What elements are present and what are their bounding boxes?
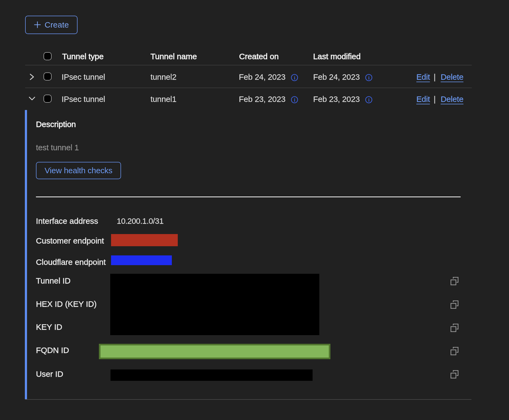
svg-text:i: i [368, 75, 370, 81]
svg-text:i: i [294, 75, 295, 81]
svg-text:i: i [368, 97, 370, 103]
svg-text:i: i [294, 97, 295, 103]
